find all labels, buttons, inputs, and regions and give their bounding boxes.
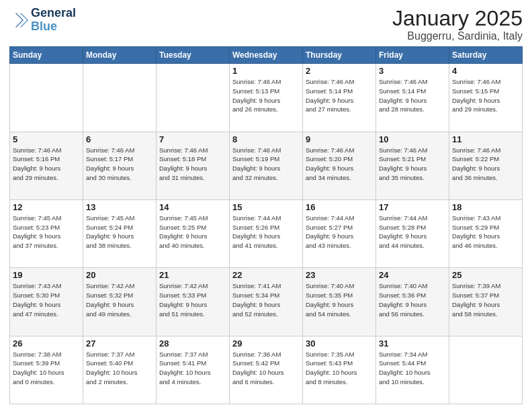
calendar-cell <box>10 64 83 132</box>
day-info: Sunrise: 7:43 AM Sunset: 5:29 PM Dayligh… <box>452 214 519 250</box>
day-number: 3 <box>379 66 446 76</box>
calendar-header-row: SundayMondayTuesdayWednesdayThursdayFrid… <box>10 47 523 64</box>
logo-icon <box>9 11 28 30</box>
calendar-cell: 20Sunrise: 7:42 AM Sunset: 5:32 PM Dayli… <box>83 268 157 336</box>
calendar-cell <box>449 336 523 404</box>
day-number: 6 <box>86 134 153 144</box>
calendar-cell: 9Sunrise: 7:46 AM Sunset: 5:20 PM Daylig… <box>303 132 376 199</box>
logo: General Blue <box>9 7 76 34</box>
day-number: 12 <box>13 202 80 212</box>
day-number: 11 <box>452 134 519 144</box>
calendar-day-header: Saturday <box>449 47 523 64</box>
day-info: Sunrise: 7:46 AM Sunset: 5:20 PM Dayligh… <box>306 146 373 183</box>
day-info: Sunrise: 7:46 AM Sunset: 5:18 PM Dayligh… <box>159 146 226 183</box>
calendar-cell: 5Sunrise: 7:46 AM Sunset: 5:16 PM Daylig… <box>10 132 83 199</box>
day-info: Sunrise: 7:43 AM Sunset: 5:30 PM Dayligh… <box>13 281 80 318</box>
day-info: Sunrise: 7:46 AM Sunset: 5:13 PM Dayligh… <box>232 77 300 114</box>
day-number: 21 <box>159 270 226 280</box>
day-number: 17 <box>379 202 446 212</box>
day-number: 25 <box>452 270 519 280</box>
day-number: 22 <box>232 270 300 280</box>
day-number: 27 <box>86 338 153 349</box>
day-info: Sunrise: 7:46 AM Sunset: 5:22 PM Dayligh… <box>452 146 519 183</box>
day-info: Sunrise: 7:44 AM Sunset: 5:27 PM Dayligh… <box>306 214 373 250</box>
day-info: Sunrise: 7:45 AM Sunset: 5:23 PM Dayligh… <box>13 214 80 250</box>
day-info: Sunrise: 7:46 AM Sunset: 5:21 PM Dayligh… <box>379 146 446 183</box>
day-info: Sunrise: 7:40 AM Sunset: 5:36 PM Dayligh… <box>379 281 446 318</box>
calendar-cell: 11Sunrise: 7:46 AM Sunset: 5:22 PM Dayli… <box>449 132 523 199</box>
calendar-cell: 13Sunrise: 7:45 AM Sunset: 5:24 PM Dayli… <box>83 199 157 267</box>
calendar-day-header: Monday <box>83 47 157 64</box>
day-info: Sunrise: 7:46 AM Sunset: 5:15 PM Dayligh… <box>452 77 519 114</box>
logo-blue: Blue <box>31 20 76 34</box>
calendar-day-header: Tuesday <box>157 47 230 64</box>
calendar-cell: 1Sunrise: 7:46 AM Sunset: 5:13 PM Daylig… <box>230 64 303 132</box>
title-block: January 2025 Buggerru, Sardinia, Italy <box>392 7 523 42</box>
day-number: 24 <box>379 270 446 280</box>
day-number: 10 <box>379 134 446 144</box>
calendar-week-row: 1Sunrise: 7:46 AM Sunset: 5:13 PM Daylig… <box>10 64 523 132</box>
day-number: 5 <box>13 134 80 144</box>
day-number: 23 <box>306 270 373 280</box>
calendar-cell: 25Sunrise: 7:39 AM Sunset: 5:37 PM Dayli… <box>449 268 523 336</box>
calendar-week-row: 26Sunrise: 7:38 AM Sunset: 5:39 PM Dayli… <box>10 336 523 404</box>
day-info: Sunrise: 7:42 AM Sunset: 5:33 PM Dayligh… <box>159 281 226 318</box>
calendar-cell: 6Sunrise: 7:46 AM Sunset: 5:17 PM Daylig… <box>83 132 157 199</box>
day-info: Sunrise: 7:34 AM Sunset: 5:44 PM Dayligh… <box>379 350 446 387</box>
day-info: Sunrise: 7:37 AM Sunset: 5:40 PM Dayligh… <box>86 350 153 387</box>
day-number: 16 <box>306 202 373 212</box>
day-number: 28 <box>159 338 226 349</box>
calendar-week-row: 5Sunrise: 7:46 AM Sunset: 5:16 PM Daylig… <box>10 132 523 199</box>
day-number: 2 <box>306 66 373 76</box>
day-info: Sunrise: 7:45 AM Sunset: 5:25 PM Dayligh… <box>159 214 226 250</box>
calendar-cell: 18Sunrise: 7:43 AM Sunset: 5:29 PM Dayli… <box>449 199 523 267</box>
day-number: 14 <box>159 202 226 212</box>
day-info: Sunrise: 7:46 AM Sunset: 5:19 PM Dayligh… <box>232 146 300 183</box>
day-info: Sunrise: 7:36 AM Sunset: 5:42 PM Dayligh… <box>232 350 300 387</box>
calendar-cell: 3Sunrise: 7:46 AM Sunset: 5:14 PM Daylig… <box>376 64 449 132</box>
calendar-week-row: 12Sunrise: 7:45 AM Sunset: 5:23 PM Dayli… <box>10 199 523 267</box>
day-number: 15 <box>232 202 300 212</box>
header: General Blue January 2025 Buggerru, Sard… <box>9 7 523 42</box>
day-number: 29 <box>232 338 300 349</box>
calendar-cell: 7Sunrise: 7:46 AM Sunset: 5:18 PM Daylig… <box>157 132 230 199</box>
day-info: Sunrise: 7:40 AM Sunset: 5:35 PM Dayligh… <box>306 281 373 318</box>
day-number: 19 <box>13 270 80 280</box>
day-info: Sunrise: 7:46 AM Sunset: 5:14 PM Dayligh… <box>379 77 446 114</box>
day-info: Sunrise: 7:44 AM Sunset: 5:26 PM Dayligh… <box>232 214 300 250</box>
day-info: Sunrise: 7:38 AM Sunset: 5:39 PM Dayligh… <box>13 350 80 387</box>
day-number: 13 <box>86 202 153 212</box>
logo-general: General <box>31 7 76 20</box>
day-info: Sunrise: 7:45 AM Sunset: 5:24 PM Dayligh… <box>86 214 153 250</box>
day-info: Sunrise: 7:35 AM Sunset: 5:43 PM Dayligh… <box>306 350 373 387</box>
svg-marker-0 <box>20 13 28 27</box>
calendar-cell: 24Sunrise: 7:40 AM Sunset: 5:36 PM Dayli… <box>376 268 449 336</box>
day-number: 20 <box>86 270 153 280</box>
day-number: 1 <box>232 66 300 76</box>
calendar-cell: 28Sunrise: 7:37 AM Sunset: 5:41 PM Dayli… <box>157 336 230 404</box>
calendar-cell: 19Sunrise: 7:43 AM Sunset: 5:30 PM Dayli… <box>10 268 83 336</box>
calendar-cell: 10Sunrise: 7:46 AM Sunset: 5:21 PM Dayli… <box>376 132 449 199</box>
location-title: Buggerru, Sardinia, Italy <box>392 30 523 42</box>
day-number: 18 <box>452 202 519 212</box>
day-info: Sunrise: 7:41 AM Sunset: 5:34 PM Dayligh… <box>232 281 300 318</box>
calendar-cell: 12Sunrise: 7:45 AM Sunset: 5:23 PM Dayli… <box>10 199 83 267</box>
calendar-day-header: Thursday <box>303 47 376 64</box>
calendar-day-header: Friday <box>376 47 449 64</box>
day-number: 4 <box>452 66 519 76</box>
day-info: Sunrise: 7:39 AM Sunset: 5:37 PM Dayligh… <box>452 281 519 318</box>
calendar-cell: 4Sunrise: 7:46 AM Sunset: 5:15 PM Daylig… <box>449 64 523 132</box>
calendar-cell: 21Sunrise: 7:42 AM Sunset: 5:33 PM Dayli… <box>157 268 230 336</box>
calendar-cell: 27Sunrise: 7:37 AM Sunset: 5:40 PM Dayli… <box>83 336 157 404</box>
day-info: Sunrise: 7:46 AM Sunset: 5:16 PM Dayligh… <box>13 146 80 183</box>
calendar-day-header: Sunday <box>10 47 83 64</box>
calendar-cell: 30Sunrise: 7:35 AM Sunset: 5:43 PM Dayli… <box>303 336 376 404</box>
calendar-cell: 22Sunrise: 7:41 AM Sunset: 5:34 PM Dayli… <box>230 268 303 336</box>
calendar-table: SundayMondayTuesdayWednesdayThursdayFrid… <box>9 46 523 404</box>
day-number: 7 <box>159 134 226 144</box>
calendar-cell: 17Sunrise: 7:44 AM Sunset: 5:28 PM Dayli… <box>376 199 449 267</box>
day-info: Sunrise: 7:46 AM Sunset: 5:17 PM Dayligh… <box>86 146 153 183</box>
month-title: January 2025 <box>392 7 523 30</box>
calendar-cell: 14Sunrise: 7:45 AM Sunset: 5:25 PM Dayli… <box>157 199 230 267</box>
calendar-cell: 8Sunrise: 7:46 AM Sunset: 5:19 PM Daylig… <box>230 132 303 199</box>
